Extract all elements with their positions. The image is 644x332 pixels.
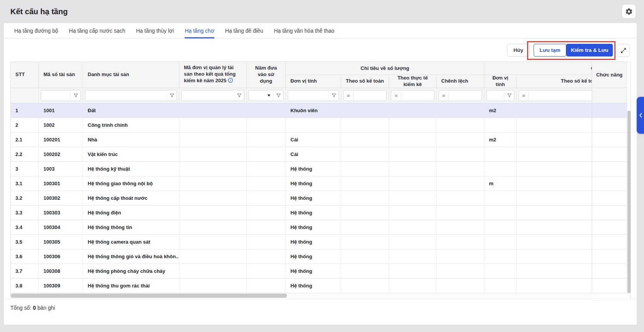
tab-6[interactable]: Hạ tầng văn hóa thể thao xyxy=(274,23,334,38)
cell-qty-unit: Hệ thống xyxy=(286,176,341,191)
table-row[interactable]: 3.1 100301 Hệ thống giao thông nội bộ Hệ… xyxy=(11,176,592,191)
funnel-icon[interactable] xyxy=(273,90,283,101)
table-row[interactable]: 3.4 100304 Hệ thống thông tin Hệ thống xyxy=(11,220,592,235)
funnel-icon[interactable] xyxy=(329,90,339,101)
tab-5[interactable]: Hạ tầng đê điều xyxy=(225,23,263,38)
cell-val-accounting xyxy=(517,264,592,279)
actions-cell xyxy=(592,176,627,191)
table-row[interactable]: 3.3 100303 Hệ thống điện Hệ thống xyxy=(11,206,592,220)
filter-qty-actual[interactable]: = xyxy=(391,90,434,101)
cell-val-accounting xyxy=(517,235,592,249)
tab-1[interactable]: Hạ tầng đường bộ xyxy=(14,23,58,38)
actions-cell xyxy=(592,206,627,220)
cell-year xyxy=(247,147,286,162)
cell-asset-code: 100306 xyxy=(39,249,83,264)
vertical-scrollbar-thumb[interactable] xyxy=(627,111,631,293)
cell-stt: 3.8 xyxy=(11,279,39,293)
filter-asset-category[interactable] xyxy=(85,90,177,101)
cell-qty-actual xyxy=(389,103,437,118)
table-row[interactable]: 3.5 100305 Hệ thống camera quan sát Hệ t… xyxy=(11,235,592,249)
table-scroll-view: STT Mã số tài sản Danh mục tài sản Mã đơ… xyxy=(11,62,592,293)
tab-label: Hạ tầng thủy lợi xyxy=(136,28,174,34)
header-val-unit: Đơn vị tính xyxy=(484,75,517,88)
filter-unit-code[interactable] xyxy=(181,90,244,101)
cell-asset-category: Hệ thống giao thông nội bộ xyxy=(83,176,179,191)
cell-qty-accounting xyxy=(341,133,389,147)
header-quantity-group-label: Chỉ tiêu về số lượng xyxy=(286,62,484,75)
cell-asset-category: Đất xyxy=(83,103,179,118)
cell-val-unit xyxy=(484,249,517,264)
cell-qty-diff xyxy=(437,118,484,133)
cell-asset-category: Nhà xyxy=(83,133,179,147)
cell-year xyxy=(247,162,286,176)
cell-unit-code xyxy=(179,191,247,206)
table-row[interactable]: 3.6 100306 Hệ thống thông gió và điều ho… xyxy=(11,249,592,264)
table-row[interactable]: 2.1 100201 Nhà Cái m2 xyxy=(11,133,592,147)
tab-3[interactable]: Hạ tầng thủy lợi xyxy=(136,23,174,38)
cell-stt: 2.2 xyxy=(11,147,39,162)
caret-down-icon[interactable] xyxy=(267,95,273,96)
filter-asset-code[interactable] xyxy=(41,90,81,101)
asset-table: STT Mã số tài sản Danh mục tài sản Mã đơ… xyxy=(10,61,631,299)
save-draft-button[interactable]: Lưu tạm xyxy=(534,44,566,56)
table-row[interactable]: 1 1001 Đất Khuôn viên m2 xyxy=(11,103,592,118)
cell-stt: 3 xyxy=(11,162,39,176)
cell-asset-code: 100308 xyxy=(39,264,83,279)
filter-stt-empty xyxy=(11,88,39,103)
tab-label: Hạ tầng văn hóa thể thao xyxy=(274,28,334,34)
actions-cell xyxy=(592,162,627,176)
table-row[interactable]: 3 1003 Hệ thống kỹ thuật Hệ thống xyxy=(11,162,592,176)
equals-operator[interactable]: = xyxy=(439,90,449,101)
tab-4[interactable]: Hạ tầng chợ xyxy=(185,23,214,38)
info-icon[interactable] xyxy=(228,78,233,85)
table-row[interactable]: 2 1002 Công trình chính xyxy=(11,118,592,133)
actions-cell xyxy=(592,103,627,118)
settings-button[interactable] xyxy=(622,5,636,18)
table-row[interactable]: 3.7 100308 Hệ thống phòng cháy chữa cháy… xyxy=(11,264,592,279)
filter-val-unit[interactable] xyxy=(486,90,514,101)
funnel-icon[interactable] xyxy=(70,90,80,101)
equals-operator[interactable]: = xyxy=(391,90,401,101)
table-row[interactable]: 3.8 100309 Hệ thống thu gom rác thải Hệ … xyxy=(11,279,592,293)
equals-operator[interactable]: = xyxy=(344,90,354,101)
expand-button[interactable] xyxy=(617,44,630,57)
cell-qty-actual xyxy=(389,279,437,293)
cell-val-unit xyxy=(484,264,517,279)
cell-qty-diff xyxy=(437,103,484,118)
funnel-icon[interactable] xyxy=(504,90,514,101)
table-header: STT Mã số tài sản Danh mục tài sản Mã đơ… xyxy=(11,62,592,88)
horizontal-scrollbar[interactable] xyxy=(11,293,592,299)
filter-qty-unit[interactable] xyxy=(288,90,339,101)
check-and-save-button[interactable]: Kiểm tra & Lưu xyxy=(566,44,613,56)
funnel-icon[interactable] xyxy=(167,90,177,101)
cell-qty-unit: Cái xyxy=(286,147,341,162)
title-bar: Kết cấu hạ tầng xyxy=(0,0,644,23)
cell-val-unit: m2 xyxy=(484,133,517,147)
cell-qty-actual xyxy=(389,249,437,264)
cell-unit-code xyxy=(179,176,247,191)
tab-label: Hạ tầng đê điều xyxy=(225,28,263,34)
tab-2[interactable]: Hạ tầng cấp nước sạch xyxy=(69,23,125,38)
header-asset-code: Mã số tài sản xyxy=(39,62,83,88)
cell-qty-diff xyxy=(437,235,484,249)
cancel-button[interactable]: Hủy xyxy=(507,44,530,56)
cell-unit-code xyxy=(179,118,247,133)
table-row[interactable]: 2.2 100202 Vật kiến trúc Cái xyxy=(11,147,592,162)
funnel-icon[interactable] xyxy=(234,90,244,101)
filter-qty-accounting[interactable]: = xyxy=(343,90,387,101)
filter-val-accounting[interactable]: = xyxy=(519,90,592,101)
header-group-value: Chỉ tiêu về giá trị Đơn vị tính Theo số … xyxy=(484,62,592,88)
filter-qty-diff[interactable]: = xyxy=(439,90,482,101)
cell-qty-accounting xyxy=(341,235,389,249)
cell-asset-code: 100303 xyxy=(39,206,83,220)
tab-bar: Hạ tầng đường bộHạ tầng cấp nước sạchHạ … xyxy=(4,23,637,38)
pinned-body xyxy=(592,103,627,293)
vertical-scrollbar[interactable] xyxy=(627,62,631,293)
cell-val-accounting xyxy=(517,133,592,147)
table-row[interactable]: 3.2 100302 Hệ thống cấp thoát nước Hệ th… xyxy=(11,191,592,206)
equals-operator[interactable]: = xyxy=(519,90,529,101)
filter-year-select[interactable] xyxy=(249,90,284,101)
side-panel-toggle[interactable] xyxy=(637,97,644,134)
cell-unit-code xyxy=(179,206,247,220)
horizontal-scrollbar-thumb[interactable] xyxy=(11,294,287,298)
